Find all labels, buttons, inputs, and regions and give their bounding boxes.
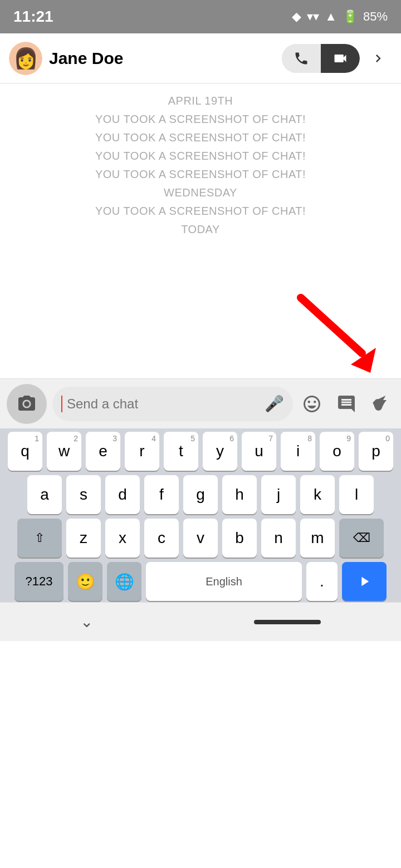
emoji-button[interactable]	[299, 391, 325, 417]
keyboard-row-2: a s d f g h j k l	[0, 472, 401, 515]
sticker-button[interactable]	[333, 391, 360, 417]
key-o[interactable]: 9o	[320, 432, 354, 471]
message-input[interactable]	[67, 396, 260, 412]
signal-icon: ◆	[292, 9, 301, 24]
text-cursor	[61, 396, 62, 412]
key-i[interactable]: 8i	[281, 432, 315, 471]
key-r[interactable]: 4r	[125, 432, 159, 471]
input-bar: 🎤	[0, 378, 401, 428]
send-key[interactable]	[342, 562, 387, 601]
chat-header: 👩 Jane Doe	[0, 33, 401, 83]
battery-icon: 🔋	[343, 9, 358, 24]
action-icons	[299, 391, 394, 417]
key-s[interactable]: s	[66, 475, 101, 514]
nav-pill	[254, 620, 321, 624]
status-time: 11:21	[13, 8, 53, 26]
avatar-image: 👩	[9, 42, 42, 75]
backspace-key[interactable]: ⌫	[339, 519, 384, 558]
key-m[interactable]: m	[300, 519, 335, 558]
keyboard-row-4: ?123 🙂 🌐 English .	[0, 559, 401, 602]
phone-call-button[interactable]	[282, 44, 321, 73]
notice-screenshot-1: YOU TOOK A SCREENSHOT OF CHAT!	[95, 113, 306, 126]
key-b[interactable]: b	[222, 519, 257, 558]
emoji-face-key[interactable]: 🙂	[68, 562, 102, 601]
wifi-icon: ▾▾	[307, 9, 319, 24]
bottom-nav: ⌄	[0, 602, 401, 641]
arrow-annotation	[0, 289, 401, 378]
notice-date-april: APRIL 19TH	[168, 95, 233, 107]
key-p[interactable]: 0p	[359, 432, 393, 471]
key-z[interactable]: z	[66, 519, 101, 558]
keyboard-row-1: 1q 2w 3e 4r 5t 6y 7u 8i 9o 0p	[0, 428, 401, 472]
key-c[interactable]: c	[144, 519, 179, 558]
header-actions	[282, 44, 392, 73]
chat-area: APRIL 19TH YOU TOOK A SCREENSHOT OF CHAT…	[0, 83, 401, 289]
keyboard[interactable]: 1q 2w 3e 4r 5t 6y 7u 8i 9o 0p a s d f g …	[0, 428, 401, 602]
svg-line-0	[301, 298, 362, 353]
key-w[interactable]: 2w	[47, 432, 81, 471]
cellular-icon: ▲	[325, 9, 337, 24]
key-a[interactable]: a	[27, 475, 62, 514]
key-k[interactable]: k	[300, 475, 335, 514]
notice-today: TODAY	[181, 223, 220, 236]
shift-key[interactable]: ⇧	[17, 519, 62, 558]
key-n[interactable]: n	[261, 519, 296, 558]
notice-screenshot-2: YOU TOOK A SCREENSHOT OF CHAT!	[95, 131, 306, 144]
battery-level: 85%	[363, 9, 388, 24]
avatar[interactable]: 👩	[9, 42, 42, 75]
key-y[interactable]: 6y	[203, 432, 237, 471]
key-h[interactable]: h	[222, 475, 257, 514]
key-x[interactable]: x	[105, 519, 140, 558]
key-g[interactable]: g	[183, 475, 218, 514]
message-input-wrap[interactable]: 🎤	[52, 387, 293, 421]
mic-icon[interactable]: 🎤	[265, 394, 284, 413]
key-v[interactable]: v	[183, 519, 218, 558]
key-j[interactable]: j	[261, 475, 296, 514]
period-key[interactable]: .	[306, 562, 338, 601]
key-u[interactable]: 7u	[242, 432, 276, 471]
key-e[interactable]: 3e	[86, 432, 120, 471]
keyboard-row-3: ⇧ z x c v b n m ⌫	[0, 515, 401, 559]
rocket-button[interactable]	[368, 391, 394, 417]
contact-name[interactable]: Jane Doe	[49, 49, 275, 68]
key-f[interactable]: f	[144, 475, 179, 514]
call-button-group	[282, 44, 360, 73]
globe-key[interactable]: 🌐	[107, 562, 141, 601]
symbols-key[interactable]: ?123	[14, 562, 63, 601]
key-l[interactable]: l	[339, 475, 374, 514]
status-bar: 11:21 ◆ ▾▾ ▲ 🔋 85%	[0, 0, 401, 33]
notice-screenshot-5: YOU TOOK A SCREENSHOT OF CHAT!	[95, 205, 306, 218]
space-key[interactable]: English	[146, 562, 302, 601]
key-d[interactable]: d	[105, 475, 140, 514]
key-t[interactable]: 5t	[164, 432, 198, 471]
notice-screenshot-3: YOU TOOK A SCREENSHOT OF CHAT!	[95, 150, 306, 162]
status-icons: ◆ ▾▾ ▲ 🔋 85%	[292, 9, 388, 24]
notice-wednesday: WEDNESDAY	[164, 186, 237, 199]
video-call-button[interactable]	[321, 44, 360, 73]
nav-chevron-down[interactable]: ⌄	[80, 613, 93, 631]
camera-button[interactable]	[7, 384, 47, 424]
more-options-button[interactable]	[364, 45, 392, 72]
key-q[interactable]: 1q	[8, 432, 42, 471]
notice-screenshot-4: YOU TOOK A SCREENSHOT OF CHAT!	[95, 168, 306, 181]
